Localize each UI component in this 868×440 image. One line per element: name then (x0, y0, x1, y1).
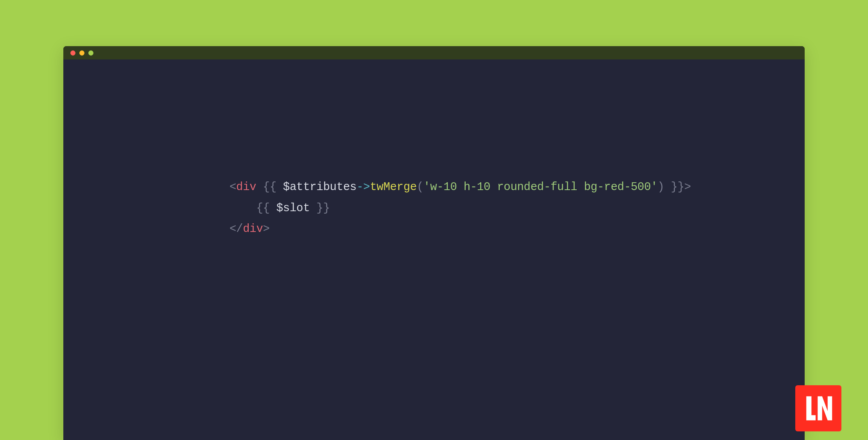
curly-close: }} (664, 181, 684, 194)
maximize-icon[interactable] (88, 50, 93, 56)
angle-open: < (230, 181, 236, 194)
tag-name: div (236, 181, 256, 194)
method-name: twMerge (370, 181, 417, 194)
paren-close: ) (658, 181, 664, 194)
window-title-bar (63, 46, 805, 59)
arrow-operator: -> (357, 181, 370, 194)
code-editor: <div {{ $attributes->twMerge('w-10 h-10 … (63, 59, 805, 240)
variable: $slot (276, 202, 310, 215)
space (256, 181, 263, 194)
indent (230, 202, 256, 215)
brand-logo-badge (795, 385, 841, 431)
code-line-2: {{ $slot }} (230, 198, 805, 219)
string-literal: 'w-10 h-10 rounded-full bg-red-500' (423, 181, 658, 194)
logo-icon (801, 391, 836, 426)
angle-open-close: </ (230, 223, 243, 235)
terminal-window: <div {{ $attributes->twMerge('w-10 h-10 … (63, 46, 805, 440)
curly-open: {{ (256, 202, 276, 215)
angle-close: > (684, 181, 691, 194)
tag-name: div (243, 223, 263, 235)
minimize-icon[interactable] (79, 50, 84, 56)
curly-open: {{ (263, 181, 283, 194)
code-line-3: </div> (230, 219, 805, 240)
curly-close: }} (310, 202, 330, 215)
variable: $attributes (283, 181, 357, 194)
paren-open: ( (417, 181, 423, 194)
close-icon[interactable] (70, 50, 75, 56)
code-line-1: <div {{ $attributes->twMerge('w-10 h-10 … (230, 177, 805, 198)
angle-close: > (263, 223, 270, 235)
